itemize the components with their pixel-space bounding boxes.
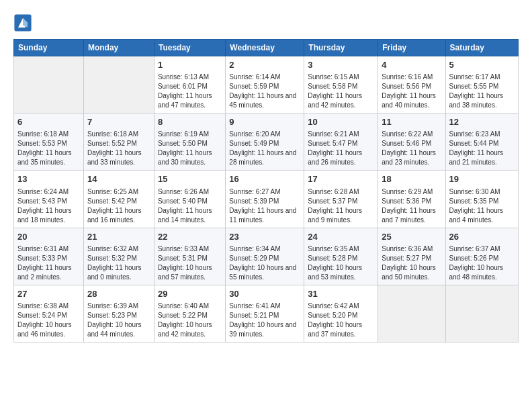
- day-info: Sunrise: 6:25 AM Sunset: 5:42 PM Dayligh…: [87, 187, 150, 225]
- day-number: 20: [17, 231, 80, 243]
- day-info: Sunrise: 6:23 AM Sunset: 5:44 PM Dayligh…: [449, 130, 515, 167]
- day-number: 22: [158, 231, 222, 243]
- day-cell: 2Sunrise: 6:14 AM Sunset: 5:59 PM Daylig…: [226, 56, 304, 113]
- day-cell: 4Sunrise: 6:16 AM Sunset: 5:56 PM Daylig…: [378, 56, 445, 113]
- day-cell: 3Sunrise: 6:15 AM Sunset: 5:58 PM Daylig…: [304, 56, 378, 113]
- day-info: Sunrise: 6:34 AM Sunset: 5:29 PM Dayligh…: [229, 244, 300, 282]
- day-cell: 8Sunrise: 6:19 AM Sunset: 5:50 PM Daylig…: [154, 113, 225, 171]
- page-header: [13, 13, 519, 32]
- day-info: Sunrise: 6:30 AM Sunset: 5:35 PM Dayligh…: [449, 187, 515, 225]
- calendar-table: SundayMondayTuesdayWednesdayThursdayFrid…: [13, 39, 519, 342]
- day-cell: 30Sunrise: 6:41 AM Sunset: 5:21 PM Dayli…: [226, 285, 304, 342]
- logo-icon: [13, 13, 32, 32]
- calendar-header: SundayMondayTuesdayWednesdayThursdayFrid…: [14, 40, 519, 56]
- day-number: 9: [229, 116, 300, 128]
- day-cell: 17Sunrise: 6:28 AM Sunset: 5:37 PM Dayli…: [304, 171, 378, 228]
- header-cell-tuesday: Tuesday: [154, 40, 225, 56]
- day-number: 8: [158, 116, 222, 128]
- day-info: Sunrise: 6:29 AM Sunset: 5:36 PM Dayligh…: [382, 187, 441, 225]
- day-info: Sunrise: 6:38 AM Sunset: 5:24 PM Dayligh…: [17, 302, 80, 339]
- logo: [13, 13, 35, 32]
- day-info: Sunrise: 6:26 AM Sunset: 5:40 PM Dayligh…: [158, 187, 222, 225]
- day-number: 10: [308, 116, 374, 128]
- day-number: 21: [87, 231, 150, 243]
- day-cell: 28Sunrise: 6:39 AM Sunset: 5:23 PM Dayli…: [83, 285, 154, 342]
- day-info: Sunrise: 6:42 AM Sunset: 5:20 PM Dayligh…: [308, 302, 374, 339]
- day-cell: 29Sunrise: 6:40 AM Sunset: 5:22 PM Dayli…: [154, 285, 225, 342]
- day-number: 13: [17, 173, 80, 185]
- day-cell: 19Sunrise: 6:30 AM Sunset: 5:35 PM Dayli…: [445, 171, 519, 228]
- day-info: Sunrise: 6:37 AM Sunset: 5:26 PM Dayligh…: [449, 244, 515, 282]
- day-cell: 26Sunrise: 6:37 AM Sunset: 5:26 PM Dayli…: [445, 228, 519, 285]
- day-info: Sunrise: 6:27 AM Sunset: 5:39 PM Dayligh…: [229, 187, 300, 225]
- day-number: 23: [229, 231, 300, 243]
- day-number: 30: [229, 288, 300, 300]
- day-number: 15: [158, 173, 222, 185]
- day-cell: 7Sunrise: 6:18 AM Sunset: 5:52 PM Daylig…: [83, 113, 154, 171]
- day-number: 5: [449, 59, 515, 71]
- day-cell: 22Sunrise: 6:33 AM Sunset: 5:31 PM Dayli…: [154, 228, 225, 285]
- day-cell: [445, 285, 519, 342]
- day-cell: 1Sunrise: 6:13 AM Sunset: 6:01 PM Daylig…: [154, 56, 225, 113]
- day-cell: 13Sunrise: 6:24 AM Sunset: 5:43 PM Dayli…: [14, 171, 84, 228]
- day-info: Sunrise: 6:31 AM Sunset: 5:33 PM Dayligh…: [17, 244, 80, 282]
- day-cell: 12Sunrise: 6:23 AM Sunset: 5:44 PM Dayli…: [445, 113, 519, 171]
- day-info: Sunrise: 6:33 AM Sunset: 5:31 PM Dayligh…: [158, 244, 222, 282]
- day-cell: 20Sunrise: 6:31 AM Sunset: 5:33 PM Dayli…: [14, 228, 84, 285]
- week-row-5: 27Sunrise: 6:38 AM Sunset: 5:24 PM Dayli…: [14, 285, 519, 342]
- day-cell: 27Sunrise: 6:38 AM Sunset: 5:24 PM Dayli…: [14, 285, 84, 342]
- day-cell: 14Sunrise: 6:25 AM Sunset: 5:42 PM Dayli…: [83, 171, 154, 228]
- day-number: 3: [308, 59, 374, 71]
- day-info: Sunrise: 6:36 AM Sunset: 5:27 PM Dayligh…: [382, 244, 441, 282]
- header-cell-thursday: Thursday: [304, 40, 378, 56]
- day-number: 12: [449, 116, 515, 128]
- day-cell: [14, 56, 84, 113]
- day-cell: 11Sunrise: 6:22 AM Sunset: 5:46 PM Dayli…: [378, 113, 445, 171]
- day-number: 4: [382, 59, 441, 71]
- header-row: SundayMondayTuesdayWednesdayThursdayFrid…: [14, 40, 519, 56]
- day-cell: 10Sunrise: 6:21 AM Sunset: 5:47 PM Dayli…: [304, 113, 378, 171]
- week-row-4: 20Sunrise: 6:31 AM Sunset: 5:33 PM Dayli…: [14, 228, 519, 285]
- day-info: Sunrise: 6:22 AM Sunset: 5:46 PM Dayligh…: [382, 130, 441, 167]
- day-number: 2: [229, 59, 300, 71]
- day-info: Sunrise: 6:19 AM Sunset: 5:50 PM Dayligh…: [158, 130, 222, 167]
- day-info: Sunrise: 6:21 AM Sunset: 5:47 PM Dayligh…: [308, 130, 374, 167]
- header-cell-monday: Monday: [83, 40, 154, 56]
- day-info: Sunrise: 6:41 AM Sunset: 5:21 PM Dayligh…: [229, 302, 300, 339]
- day-number: 17: [308, 173, 374, 185]
- day-info: Sunrise: 6:32 AM Sunset: 5:32 PM Dayligh…: [87, 244, 150, 282]
- day-info: Sunrise: 6:13 AM Sunset: 6:01 PM Dayligh…: [158, 73, 222, 110]
- week-row-1: 1Sunrise: 6:13 AM Sunset: 6:01 PM Daylig…: [14, 56, 519, 113]
- day-cell: 21Sunrise: 6:32 AM Sunset: 5:32 PM Dayli…: [83, 228, 154, 285]
- day-info: Sunrise: 6:18 AM Sunset: 5:53 PM Dayligh…: [17, 130, 80, 167]
- day-number: 1: [158, 59, 222, 71]
- day-number: 25: [382, 231, 441, 243]
- calendar-body: 1Sunrise: 6:13 AM Sunset: 6:01 PM Daylig…: [14, 56, 519, 342]
- day-info: Sunrise: 6:15 AM Sunset: 5:58 PM Dayligh…: [308, 73, 374, 110]
- day-cell: [378, 285, 445, 342]
- day-info: Sunrise: 6:35 AM Sunset: 5:28 PM Dayligh…: [308, 244, 374, 282]
- day-cell: 15Sunrise: 6:26 AM Sunset: 5:40 PM Dayli…: [154, 171, 225, 228]
- header-cell-saturday: Saturday: [445, 40, 519, 56]
- day-number: 19: [449, 173, 515, 185]
- day-number: 24: [308, 231, 374, 243]
- week-row-2: 6Sunrise: 6:18 AM Sunset: 5:53 PM Daylig…: [14, 113, 519, 171]
- day-info: Sunrise: 6:20 AM Sunset: 5:49 PM Dayligh…: [229, 130, 300, 167]
- day-info: Sunrise: 6:18 AM Sunset: 5:52 PM Dayligh…: [87, 130, 150, 167]
- day-number: 14: [87, 173, 150, 185]
- day-cell: [83, 56, 154, 113]
- day-info: Sunrise: 6:40 AM Sunset: 5:22 PM Dayligh…: [158, 302, 222, 339]
- day-number: 18: [382, 173, 441, 185]
- day-number: 27: [17, 288, 80, 300]
- header-cell-friday: Friday: [378, 40, 445, 56]
- day-number: 26: [449, 231, 515, 243]
- day-number: 11: [382, 116, 441, 128]
- day-cell: 25Sunrise: 6:36 AM Sunset: 5:27 PM Dayli…: [378, 228, 445, 285]
- day-number: 29: [158, 288, 222, 300]
- day-number: 28: [87, 288, 150, 300]
- day-cell: 18Sunrise: 6:29 AM Sunset: 5:36 PM Dayli…: [378, 171, 445, 228]
- day-cell: 6Sunrise: 6:18 AM Sunset: 5:53 PM Daylig…: [14, 113, 84, 171]
- day-number: 6: [17, 116, 80, 128]
- header-cell-sunday: Sunday: [14, 40, 84, 56]
- day-info: Sunrise: 6:16 AM Sunset: 5:56 PM Dayligh…: [382, 73, 441, 110]
